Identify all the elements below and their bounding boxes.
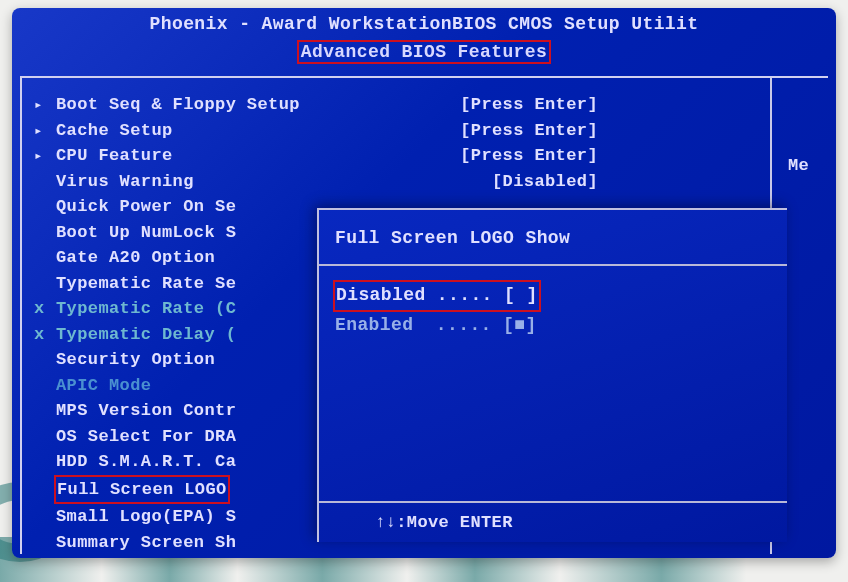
popup-option-list[interactable]: Disabled ..... [ ]Enabled ..... [■] (319, 266, 787, 340)
menu-item-label: Full Screen LOGO (56, 475, 230, 505)
menu-item-label: CPU Feature (56, 143, 173, 169)
menu-item[interactable]: CPU Feature[Press Enter] (34, 143, 828, 169)
indicator-blank (34, 475, 56, 505)
bios-subtitle-row: Advanced BIOS Features (12, 38, 836, 70)
menu-item[interactable]: Virus Warning[Disabled] (34, 169, 828, 195)
menu-item-label: HDD S.M.A.R.T. Ca (56, 449, 236, 475)
indicator-blank (34, 373, 56, 399)
popup-title: Full Screen LOGO Show (319, 210, 787, 266)
popup-option[interactable]: Enabled ..... [■] (335, 312, 787, 340)
indicator-blank (34, 271, 56, 297)
indicator-blank (34, 398, 56, 424)
triangle-icon (34, 143, 56, 169)
popup-option-label: Enabled ..... [■] (335, 315, 537, 335)
menu-item-label: Boot Up NumLock S (56, 220, 236, 246)
menu-item-label: Typematic Delay ( (56, 322, 236, 348)
option-popup: Full Screen LOGO Show Disabled ..... [ ]… (317, 208, 787, 542)
subtitle-highlight: Advanced BIOS Features (297, 40, 551, 64)
menu-item-label: Security Option (56, 347, 215, 373)
indicator-blank (34, 449, 56, 475)
indicator-blank (34, 220, 56, 246)
bios-screen: Phoenix - Award WorkstationBIOS CMOS Set… (12, 8, 836, 558)
menu-item-label: Summary Screen Sh (56, 530, 236, 556)
indicator-blank (34, 504, 56, 530)
menu-item-label: Cache Setup (56, 118, 173, 144)
menu-item-label: Typematic Rate Se (56, 271, 236, 297)
triangle-icon (34, 118, 56, 144)
popup-footer: ↑↓:Move ENTER (319, 501, 787, 542)
highlight-box: Full Screen LOGO (54, 475, 230, 505)
help-text: Me (788, 156, 809, 175)
menu-item[interactable]: Boot Seq & Floppy Setup[Press Enter] (34, 92, 828, 118)
bios-title: Phoenix - Award WorkstationBIOS CMOS Set… (12, 8, 836, 38)
menu-item-label: Typematic Rate (C (56, 296, 236, 322)
indicator-blank (34, 424, 56, 450)
menu-item-label: MPS Version Contr (56, 398, 236, 424)
highlight-box: Disabled ..... [ ] (333, 280, 541, 312)
triangle-icon (34, 92, 56, 118)
menu-item-label: APIC Mode (56, 373, 151, 399)
x-marker-icon: x (34, 322, 56, 348)
popup-option[interactable]: Disabled ..... [ ] (335, 280, 787, 312)
indicator-blank (34, 245, 56, 271)
menu-item-label: OS Select For DRA (56, 424, 236, 450)
x-marker-icon: x (34, 296, 56, 322)
menu-item-label: Virus Warning (56, 169, 194, 195)
menu-item[interactable]: Cache Setup[Press Enter] (34, 118, 828, 144)
indicator-blank (34, 194, 56, 220)
indicator-blank (34, 530, 56, 556)
menu-item-label: Gate A20 Option (56, 245, 215, 271)
menu-item-label: Quick Power On Se (56, 194, 236, 220)
menu-item-label: Boot Seq & Floppy Setup (56, 92, 300, 118)
indicator-blank (34, 347, 56, 373)
indicator-blank (34, 169, 56, 195)
menu-item-label: Small Logo(EPA) S (56, 504, 236, 530)
